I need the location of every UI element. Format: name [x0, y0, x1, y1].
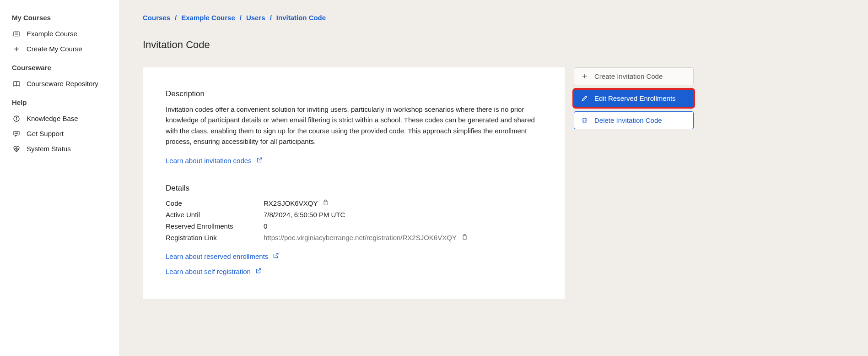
breadcrumb-invitation-code[interactable]: Invitation Code — [276, 14, 326, 22]
book-icon — [13, 80, 20, 88]
sidebar-item-example-course[interactable]: Example Course — [12, 27, 110, 40]
heartbeat-icon — [13, 145, 20, 153]
sidebar-item-label: System Status — [27, 145, 71, 153]
svg-point-10 — [15, 133, 16, 133]
sidebar-item-get-support[interactable]: Get Support — [12, 127, 110, 140]
sidebar-item-system-status[interactable]: System Status — [12, 142, 110, 155]
sidebar-item-label: Example Course — [27, 30, 77, 38]
create-invitation-code-button[interactable]: Create Invitation Code — [574, 67, 694, 85]
link-label: Learn about invitation codes — [166, 157, 252, 164]
sidebar-item-label: Get Support — [27, 130, 64, 137]
button-label: Create Invitation Code — [594, 72, 663, 80]
edit-reserved-enrollments-button[interactable]: Edit Reserved Enrollments — [574, 89, 694, 107]
breadcrumb-example-course[interactable]: Example Course — [181, 14, 235, 22]
sidebar-section-my-courses: My Courses — [12, 14, 110, 22]
external-link-icon — [256, 157, 263, 164]
learn-invitation-codes-link[interactable]: Learn about invitation codes — [166, 157, 263, 164]
svg-rect-14 — [463, 236, 466, 239]
sidebar-item-label: Courseware Repository — [27, 80, 98, 88]
active-until-label: Active Until — [166, 211, 264, 219]
description-text: Invitation codes offer a convenient solu… — [166, 104, 542, 147]
sidebar-item-label: Knowledge Base — [27, 115, 78, 122]
details-heading: Details — [166, 184, 542, 193]
delete-invitation-code-button[interactable]: Delete Invitation Code — [574, 111, 694, 129]
pencil-icon — [581, 95, 588, 102]
breadcrumb-users[interactable]: Users — [246, 14, 265, 22]
plus-icon — [13, 45, 20, 53]
external-link-icon — [255, 268, 262, 275]
learn-reserved-enrollments-link[interactable]: Learn about reserved enrollments — [166, 252, 542, 260]
sidebar-section-help: Help — [12, 99, 110, 106]
copy-link-icon[interactable] — [461, 234, 468, 241]
registration-link-value: https://poc.virginiacyberrange.net/regis… — [264, 234, 457, 241]
info-icon — [13, 115, 20, 122]
reserved-enrollments-value: 0 — [264, 222, 542, 230]
plus-icon — [581, 73, 588, 80]
breadcrumb-sep: / — [270, 14, 272, 22]
reserved-enrollments-label: Reserved Enrollments — [166, 222, 264, 230]
sidebar-item-label: Create My Course — [27, 45, 82, 53]
svg-point-8 — [16, 117, 16, 117]
sidebar-item-courseware-repo[interactable]: Courseware Repository — [12, 77, 110, 90]
svg-point-12 — [17, 133, 18, 133]
breadcrumb: Courses / Example Course / Users / Invit… — [143, 14, 836, 22]
button-label: Delete Invitation Code — [594, 116, 662, 124]
actions-panel: Create Invitation Code Edit Reserved Enr… — [574, 67, 694, 129]
svg-rect-13 — [324, 201, 327, 205]
button-label: Edit Reserved Enrollments — [594, 94, 676, 102]
course-icon — [13, 30, 20, 38]
description-heading: Description — [166, 89, 542, 99]
details-grid: Code RX2SJOK6VXQY Active Until 7/8/2024,… — [166, 199, 542, 241]
breadcrumb-sep: / — [240, 14, 242, 22]
link-label: Learn about reserved enrollments — [166, 252, 268, 260]
breadcrumb-courses[interactable]: Courses — [143, 14, 170, 22]
link-label: Learn about self registration — [166, 268, 251, 275]
code-value-row: RX2SJOK6VXQY — [264, 199, 542, 207]
copy-code-icon[interactable] — [322, 199, 329, 207]
trash-icon — [581, 117, 588, 124]
registration-link-row: https://poc.virginiacyberrange.net/regis… — [264, 234, 542, 241]
external-link-icon — [273, 252, 279, 260]
code-label: Code — [166, 199, 264, 207]
learn-self-registration-link[interactable]: Learn about self registration — [166, 268, 542, 275]
sidebar-item-knowledge-base[interactable]: Knowledge Base — [12, 112, 110, 125]
invitation-card: Description Invitation codes offer a con… — [143, 67, 565, 299]
sidebar-item-create-course[interactable]: Create My Course — [12, 42, 110, 55]
registration-link-label: Registration Link — [166, 234, 264, 241]
sidebar-section-courseware: Courseware — [12, 64, 110, 71]
chat-icon — [13, 130, 20, 137]
page-title: Invitation Code — [143, 39, 836, 51]
svg-point-11 — [16, 133, 16, 133]
code-value: RX2SJOK6VXQY — [264, 199, 318, 207]
active-until-value: 7/8/2024, 6:50:50 PM UTC — [264, 211, 542, 219]
main-content: Courses / Example Course / Users / Invit… — [119, 0, 868, 356]
sidebar: My Courses Example Course Create My Cour… — [0, 0, 119, 356]
breadcrumb-sep: / — [175, 14, 177, 22]
